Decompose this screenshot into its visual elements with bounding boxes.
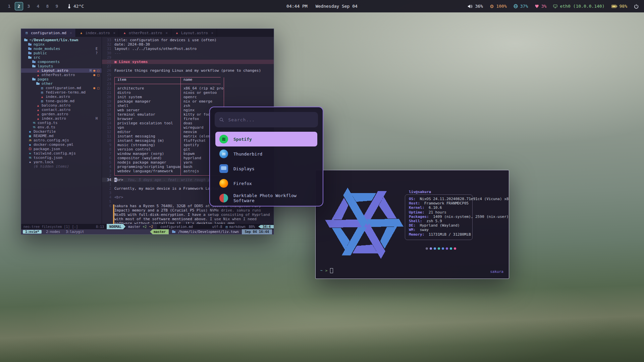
workspace-button[interactable]: 4 [34,2,42,10]
launcher-app-item[interactable]: Darktable Photo Workflow Software [215,191,317,205]
table-cell-item: architecture [114,86,180,90]
cursor-position: 34:4 [258,225,274,229]
ts-file-icon [28,156,32,160]
tmux-window-tab[interactable]: 2:nodes [45,230,61,234]
file-tree-item[interactable]: astro.config.mjs [21,138,102,142]
file-tree-item[interactable]: nginx [21,42,102,47]
git-modified-count: ~2 [149,225,153,229]
file-tree-item[interactable]: tone-guide.md [21,99,102,103]
app-launcher[interactable]: Spotify Thunderbird Displays Firefox [209,107,323,206]
file-tree-item[interactable]: components [21,60,102,64]
editor-tab[interactable]: configuration.md × [21,29,76,37]
search-input[interactable] [227,117,313,123]
launcher-app-item[interactable]: Spotify [215,132,317,146]
fetch-field-value: Framework FRANMDCP05 [424,201,469,205]
palette-dot [442,247,444,250]
file-name: ~/Development/liv.town [30,38,78,42]
terminal-cursor [330,268,333,273]
editor-tab[interactable]: otherPost.astro × [119,29,171,37]
editor-tab[interactable]: Layout.astro × [171,29,217,37]
launcher-app-item[interactable]: Thunderbird [215,146,317,161]
file-tree-item[interactable]: garden.astro [21,112,102,116]
power-module[interactable] [634,4,639,9]
disk-module[interactable]: 37% [514,4,528,9]
file-tree-item[interactable]: tailwind.config.mjs [21,151,102,156]
editor-tab[interactable]: index.astro × [76,29,119,37]
file-tree-item[interactable]: Layout.astro H ● □ [21,68,102,73]
line-number: 30 [102,51,114,55]
ts-file-icon [32,125,36,129]
workspace-button[interactable]: 1 [5,2,13,10]
volume-module[interactable]: 36% [468,4,483,9]
file-tree-item[interactable]: env.d.ts [21,125,102,129]
temperature-value: 42°C [73,4,84,9]
bar-modules: 36% ⚙ 100% 37% ♥ 3% [468,4,639,9]
file-name: balcony.astro [42,103,70,108]
updates-module[interactable]: ⚙ 100% [490,4,507,9]
file-tree-item[interactable]: (6 hidden items) [21,164,102,169]
gear-icon: ⚙ [490,4,494,9]
palette-dot [430,247,432,250]
git-status-letter: E [96,47,98,51]
file-tree-item[interactable]: config.ts [21,121,102,125]
workspace-button[interactable]: 8 [44,2,51,10]
close-icon[interactable]: × [70,31,72,35]
table-cell-item: terminal emulator [114,112,180,117]
file-tree-item[interactable]: index.astro [21,95,102,99]
file-name: nginx [34,42,45,47]
file-tree-item[interactable]: layouts [21,64,102,68]
file-tree-item[interactable]: docker-compose.yml [21,142,102,147]
file-tree-item[interactable]: configuration.md ● □ [21,86,102,90]
tmux-window-tab[interactable]: 1:nvim* [23,230,42,234]
file-tree-item[interactable]: public ? [21,51,102,55]
fetch-field-value: 1409 (nix-system), 2590 (nix-user) [433,215,508,219]
line-number: 6 [102,156,114,160]
file-tree-item[interactable]: package.json [21,147,102,151]
file-tree-item[interactable]: src [21,55,102,60]
terminal-window[interactable]: liv@sakura OS: NixOS 24.11.20240828.71e9… [315,170,509,279]
close-icon[interactable]: × [113,31,115,35]
file-name: public [34,51,47,55]
workspace-button[interactable]: 9 [53,2,61,10]
file-tree-item[interactable]: yarn.lock [21,160,102,164]
close-icon[interactable]: × [211,31,214,35]
file-tree-item[interactable]: fediverse-terms.md [21,90,102,95]
network-module[interactable]: eth0 (10.0.0.140) [553,4,604,9]
temperature-module[interactable]: 42°C [67,4,84,9]
heart-icon: ♥ [535,4,539,9]
file-tree-item[interactable]: ~/Development/liv.town [21,38,102,42]
file-tree-item[interactable]: balcony.astro [21,103,102,108]
workspace-button[interactable]: 2 [15,2,23,10]
tmux-window-tab[interactable]: 3:lazygit [64,230,85,234]
git-status-letter: H [96,117,98,120]
launcher-search-box[interactable] [215,112,318,127]
file-name: components [38,60,60,64]
line-number: 18 [102,104,114,108]
launcher-app-item[interactable]: Firefox [215,176,317,191]
file-tree-item[interactable]: tsconfig.json [21,156,102,160]
file-name: config.ts [38,121,58,125]
line-number: 23 [102,82,114,86]
file-name: index.astro [46,95,70,99]
file-tree-item[interactable]: index.astro H [21,116,102,121]
file-tree-item[interactable]: README.md [21,134,102,138]
close-icon[interactable]: × [165,31,168,35]
launcher-app-item[interactable]: Displays [215,161,317,176]
table-cell-item: compositor (wayland) [114,156,180,160]
buffer-line: 29 [102,55,274,60]
statusline-filename: configuration.md [157,224,196,229]
fetch-field-value: NixOS 24.11.20240828.71e91c4 (Vicuna) x8… [420,197,509,201]
js-file-icon [28,138,32,142]
shell-prompt[interactable]: ~ > [320,268,333,273]
file-tree-item[interactable]: Dockerfile [21,129,102,134]
workspace-button[interactable]: 3 [25,2,33,10]
load-module[interactable]: ♥ 3% [535,4,546,9]
file-tree-item[interactable]: contact.astro [21,108,102,112]
table-cell-item: distro [114,90,180,95]
file-tree-item[interactable]: other [21,81,102,86]
file-tree-item[interactable]: otherPost.astro ● □ [21,73,102,77]
file-tree-item[interactable]: pages [21,77,102,81]
battery-module[interactable]: 98% [611,4,627,9]
file-tree-item[interactable]: node_modules E [21,47,102,51]
clock[interactable]: 04:44 PM Wednesday Sep 04 [286,4,358,9]
